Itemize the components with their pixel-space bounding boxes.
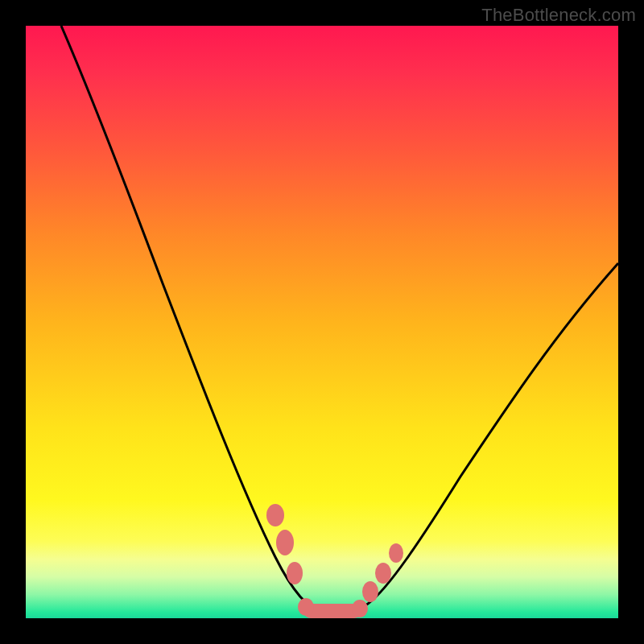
bottleneck-curve-right [324,263,618,614]
bottleneck-curve-left [61,26,324,613]
watermark-text: TheBottleneck.com [481,5,636,26]
marker-dot [287,562,303,584]
curve-svg [26,26,618,618]
marker-dot [375,563,391,584]
marker-dot [298,598,314,616]
marker-dot [266,504,284,526]
marker-bottom-bar [303,604,361,618]
marker-dot [362,581,378,602]
plot-area [26,26,618,618]
marker-dot [276,530,294,555]
bottleneck-curve-bottom [303,609,357,613]
marker-dot [389,543,403,563]
marker-dot [352,600,368,617]
chart-frame: TheBottleneck.com [0,0,644,644]
